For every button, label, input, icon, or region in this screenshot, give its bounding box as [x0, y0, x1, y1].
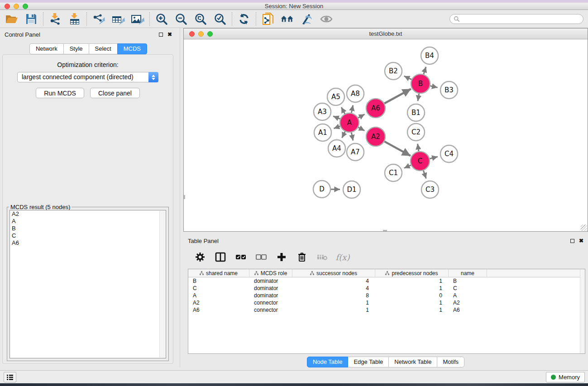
result-item[interactable]: A — [10, 218, 166, 225]
table-cell[interactable]: A6 — [449, 306, 487, 314]
close-panel-icon[interactable]: ✖ — [167, 32, 172, 37]
delete-table-button[interactable] — [316, 251, 328, 263]
edge-C-C2[interactable] — [418, 144, 419, 152]
edge-A2-C[interactable] — [384, 142, 411, 156]
zoom-in-button[interactable] — [155, 12, 168, 26]
node-B2[interactable]: B2 — [385, 62, 402, 80]
edge-A-A3[interactable] — [333, 116, 340, 119]
zoom-window-button[interactable] — [23, 4, 28, 9]
save-session-button[interactable] — [24, 12, 38, 26]
table-cell[interactable]: C — [188, 285, 249, 292]
deselect-all-columns-button[interactable] — [255, 251, 267, 263]
edge-A6-B[interactable] — [384, 89, 411, 104]
edge-A-A5[interactable] — [341, 107, 345, 114]
table-cell[interactable]: A2 — [449, 299, 487, 306]
network-minimize-button[interactable] — [198, 31, 204, 37]
node-C[interactable]: C — [411, 152, 430, 171]
table-cell[interactable]: 0 — [375, 292, 449, 299]
node-table[interactable]: shared nameMCDS rolesuccessor nodesprede… — [188, 269, 585, 354]
memory-button[interactable]: Memory — [546, 372, 585, 382]
table-cell[interactable]: 4 — [292, 285, 375, 292]
resize-grip[interactable] — [581, 224, 587, 231]
table-cell[interactable]: 8 — [292, 292, 375, 299]
first-neighbors-button[interactable] — [281, 12, 294, 26]
table-cell[interactable]: A — [449, 292, 487, 299]
export-table-button[interactable] — [111, 12, 125, 26]
refresh-button[interactable] — [237, 12, 251, 26]
create-column-button[interactable] — [276, 251, 287, 263]
table-row[interactable]: Bdominator41B — [188, 277, 585, 285]
table-cell[interactable]: 1 — [292, 306, 375, 314]
node-A8[interactable]: A8 — [347, 85, 364, 102]
export-image-button[interactable] — [131, 12, 144, 26]
table-scrollbar[interactable] — [580, 269, 585, 353]
node-B3[interactable]: B3 — [440, 81, 458, 99]
edge-A-A8[interactable] — [351, 105, 353, 113]
table-cell[interactable]: 4 — [292, 277, 375, 285]
mcds-result-list[interactable]: A2ABCA6 — [10, 210, 166, 358]
network-canvas[interactable]: AA1A2A3A4A5A6A7A8BB1B2B3B4CC1C2C3C4DD1 — [184, 39, 588, 231]
edge-C-C3[interactable] — [423, 171, 426, 179]
tab-select[interactable]: Select — [89, 43, 118, 54]
edge-B-B4[interactable] — [424, 67, 426, 74]
new-network-from-selection-button[interactable] — [261, 12, 275, 26]
edge-C-C1[interactable] — [404, 165, 411, 168]
table-cell[interactable]: 1 — [375, 285, 449, 292]
table-close-panel-icon[interactable]: ✖ — [579, 238, 583, 243]
function-builder-button[interactable]: f(x) — [337, 251, 349, 263]
node-B4[interactable]: B4 — [421, 47, 438, 64]
table-cell[interactable]: A — [188, 292, 249, 299]
show-hide-graphics-button[interactable] — [320, 12, 333, 26]
node-B[interactable]: B — [411, 74, 430, 93]
node-A3[interactable]: A3 — [314, 103, 331, 120]
minimize-window-button[interactable] — [14, 4, 19, 9]
float-panel-icon[interactable] — [159, 33, 163, 37]
table-cell[interactable]: B — [449, 277, 487, 285]
edge-B-B2[interactable] — [404, 76, 412, 80]
table-cell[interactable]: A2 — [188, 299, 249, 306]
table-row[interactable]: A6connector11A6 — [188, 306, 585, 314]
table-row[interactable]: Cdominator41C — [188, 285, 585, 292]
zoom-fit-button[interactable] — [194, 12, 207, 26]
node-A[interactable]: A — [340, 113, 359, 132]
table-cell[interactable]: C — [449, 285, 487, 292]
edge-B-B1[interactable] — [418, 94, 419, 101]
edge-A-A4[interactable] — [342, 132, 345, 138]
table-tab-motifs[interactable]: Motifs — [437, 357, 464, 367]
node-D1[interactable]: D1 — [343, 181, 360, 198]
result-item[interactable]: C — [10, 232, 166, 239]
result-scrollbar[interactable] — [159, 211, 165, 357]
node-A2[interactable]: A2 — [366, 127, 385, 146]
show-column-panel-button[interactable] — [215, 251, 226, 263]
table-tab-node-table[interactable]: Node Table — [307, 357, 349, 367]
table-cell[interactable]: 1 — [292, 299, 375, 306]
node-C3[interactable]: C3 — [421, 181, 439, 198]
table-cell[interactable]: connector — [249, 299, 292, 306]
result-item[interactable]: B — [10, 225, 166, 232]
table-float-panel-icon[interactable] — [570, 239, 574, 243]
node-C1[interactable]: C1 — [385, 164, 402, 181]
result-item[interactable]: A6 — [10, 239, 166, 247]
edge-C-C4[interactable] — [430, 157, 438, 158]
table-cell[interactable]: 1 — [375, 306, 449, 314]
table-cell[interactable]: dominator — [249, 292, 292, 299]
edge-A-A1[interactable] — [334, 126, 340, 129]
node-A1[interactable]: A1 — [314, 124, 331, 141]
node-D[interactable]: D — [313, 181, 330, 198]
network-zoom-button[interactable] — [207, 31, 213, 37]
import-table-button[interactable] — [68, 12, 81, 26]
task-history-button[interactable] — [4, 372, 16, 382]
column-header-predecessor-nodes[interactable]: predecessor nodes — [375, 269, 449, 277]
search-input[interactable] — [460, 16, 579, 22]
zoom-selected-button[interactable] — [213, 12, 227, 26]
close-window-button[interactable] — [5, 4, 10, 9]
network-close-button[interactable] — [189, 31, 195, 37]
table-cell[interactable]: dominator — [249, 277, 292, 285]
select-all-columns-button[interactable] — [235, 251, 247, 263]
result-item[interactable]: A2 — [10, 210, 166, 218]
table-cell[interactable]: 1 — [375, 299, 449, 306]
node-C4[interactable]: C4 — [440, 145, 458, 162]
edge-A-A2[interactable] — [358, 127, 364, 130]
edge-B-B3[interactable] — [430, 86, 438, 88]
import-network-button[interactable] — [48, 12, 62, 26]
